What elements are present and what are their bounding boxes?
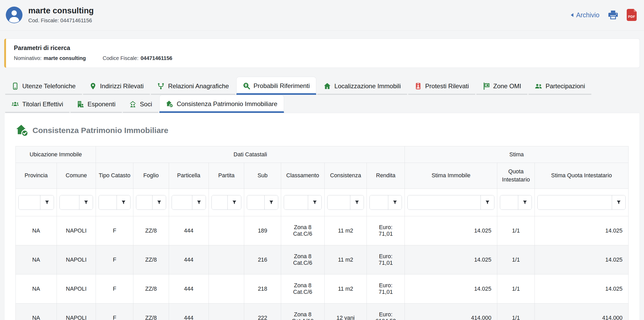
cell-tipo-catasto: F <box>96 216 133 245</box>
tab-localizzazione-immobili[interactable]: Localizzazione Immobili <box>317 77 407 95</box>
archive-link[interactable]: Archivio <box>570 11 599 19</box>
tab-label: Titolari Effettivi <box>22 101 63 108</box>
col-stima-quota-intestatario: Stima Quota Intestatario <box>535 163 629 189</box>
filter-input-sub[interactable] <box>247 195 264 209</box>
funnel-icon <box>196 200 202 205</box>
filter-button-stima-quota-intestatario[interactable] <box>612 195 625 209</box>
filter-cell-classamento <box>281 189 324 216</box>
table-row: NA NAPOLI F ZZ/8 444 216 Zona 8 Cat.C/6 … <box>16 245 629 274</box>
house-icon <box>324 82 331 90</box>
cell-rendita: Euro: 71,01 <box>367 245 405 274</box>
filter-input-foglio[interactable] <box>136 195 152 209</box>
tab-relazioni-anagrafiche[interactable]: Relazioni Anagrafiche <box>151 77 235 95</box>
filter-button-comune[interactable] <box>79 195 93 209</box>
cell-classamento: Zona 8 Cat.A/10 <box>281 304 324 320</box>
filter-button-particella[interactable] <box>192 195 206 209</box>
cell-sub: 216 <box>244 245 281 274</box>
col-consistenza: Consistenza <box>324 163 367 189</box>
funnel-icon <box>156 200 162 205</box>
filter-input-stima-immobile[interactable] <box>408 195 481 209</box>
cell-comune: NAPOLI <box>57 216 96 245</box>
col-quota-intestatario: Quota Intestatario <box>497 163 535 189</box>
fiscal-code-label: Cod. Fiscale: <box>28 18 59 23</box>
filter-cell-rendita <box>367 189 405 216</box>
filter-button-consistenza[interactable] <box>350 195 364 209</box>
filter-button-rendita[interactable] <box>388 195 402 209</box>
tab-probabili-riferimenti[interactable]: Probabili Riferimenti <box>236 77 316 95</box>
cell-comune: NAPOLI <box>57 304 96 320</box>
col-foglio: Foglio <box>133 163 169 189</box>
tab-soci[interactable]: Soci <box>123 95 159 113</box>
table-row: NA NAPOLI F ZZ/8 444 189 Zona 8 Cat.C/6 … <box>16 216 629 245</box>
tab-label: Protesti Rilevati <box>425 82 469 90</box>
print-button[interactable] <box>607 10 619 20</box>
building-user-icon <box>77 101 84 108</box>
filter-button-stima-immobile[interactable] <box>481 195 494 209</box>
cell-particella: 444 <box>169 216 209 245</box>
tab-row-2: Titolari Effettivi Esponenti <box>5 95 639 113</box>
cell-quota-intestatario: 1/1 <box>497 245 535 274</box>
filter-input-classamento[interactable] <box>284 195 308 209</box>
col-comune: Comune <box>57 163 96 189</box>
cell-stima-quota-intestatario: 14.025 <box>535 274 629 304</box>
filter-row <box>16 189 629 216</box>
filter-button-foglio[interactable] <box>152 195 166 209</box>
cell-foglio: ZZ/8 <box>133 216 169 245</box>
cell-quota-intestatario: 1/1 <box>497 274 535 304</box>
filter-input-comune[interactable] <box>60 195 79 209</box>
top-header: marte consulting Cod. Fiscale: 044714611… <box>0 0 644 31</box>
mobile-phone-icon <box>12 82 19 90</box>
filter-input-stima-quota-intestatario[interactable] <box>538 195 612 209</box>
tab-label: Consistenza Patrimonio Immobiliare <box>177 100 277 108</box>
cell-stima-quota-intestatario: 14.025 <box>535 216 629 245</box>
filter-button-quota-intestatario[interactable] <box>518 195 532 209</box>
nominativo-label: Nominativo: <box>14 55 42 61</box>
tab-titolari-effettivi[interactable]: Titolari Effettivi <box>5 95 69 113</box>
table-row: NA NAPOLI F ZZ/8 444 222 Zona 8 Cat.A/10… <box>16 304 629 320</box>
id-badge-icon <box>414 82 422 90</box>
cell-tipo-catasto: F <box>96 304 133 320</box>
filter-button-classamento[interactable] <box>308 195 321 209</box>
cell-rendita: Euro: 6104,52 <box>367 304 405 320</box>
codice-fiscale-label: Codice Fiscale: <box>103 55 139 61</box>
filter-input-consistenza[interactable] <box>328 195 350 209</box>
col-partita: Partita <box>209 163 244 189</box>
cell-provincia: NA <box>16 216 57 245</box>
tab-consistenza-patrimonio-immobiliare[interactable]: Consistenza Patrimonio Immobiliare <box>159 95 284 113</box>
tab-partecipazioni[interactable]: Partecipazioni <box>528 77 591 95</box>
filter-input-partita[interactable] <box>212 195 228 209</box>
tab-utenze-telefoniche[interactable]: Utenze Telefoniche <box>5 77 82 95</box>
filter-input-provincia[interactable] <box>19 195 40 209</box>
filter-button-tipo-catasto[interactable] <box>117 195 130 209</box>
tab-zone-omi[interactable]: Zone OMI <box>476 77 528 95</box>
filter-input-rendita[interactable] <box>370 195 388 209</box>
cell-partita <box>209 304 244 320</box>
pdf-export-button[interactable]: PDF <box>627 9 637 21</box>
filter-input-particella[interactable] <box>172 195 192 209</box>
printer-icon <box>607 10 619 20</box>
funnel-icon <box>354 200 360 205</box>
cell-particella: 444 <box>169 304 209 320</box>
search-parameters-title: Parametri di ricerca <box>14 45 632 52</box>
col-sub: Sub <box>244 163 281 189</box>
people-group-icon <box>12 101 19 108</box>
col-tipo-catasto: Tipo Catasto <box>96 163 133 189</box>
cell-stima-immobile: 14.025 <box>405 216 497 245</box>
tab-indirizzi-rilevati[interactable]: Indirizzi Rilevati <box>83 77 150 95</box>
pdf-label: PDF <box>627 15 637 19</box>
section-title: Consistenza Patrimonio Immobiliare <box>32 126 168 135</box>
filter-button-sub[interactable] <box>264 195 278 209</box>
tab-label: Utenze Telefoniche <box>22 82 76 90</box>
tab-label: Soci <box>140 101 152 108</box>
tab-esponenti[interactable]: Esponenti <box>70 95 122 113</box>
col-rendita: Rendita <box>367 163 405 189</box>
filter-button-provincia[interactable] <box>40 195 54 209</box>
tab-protesti-rilevati[interactable]: Protesti Rilevati <box>408 77 475 95</box>
funnel-icon <box>392 200 398 205</box>
users-icon <box>535 82 542 90</box>
cell-comune: NAPOLI <box>57 274 96 304</box>
filter-button-partita[interactable] <box>227 195 241 209</box>
filter-input-tipo-catasto[interactable] <box>99 195 117 209</box>
filter-input-quota-intestatario[interactable] <box>500 195 518 209</box>
cell-sub: 218 <box>244 274 281 304</box>
